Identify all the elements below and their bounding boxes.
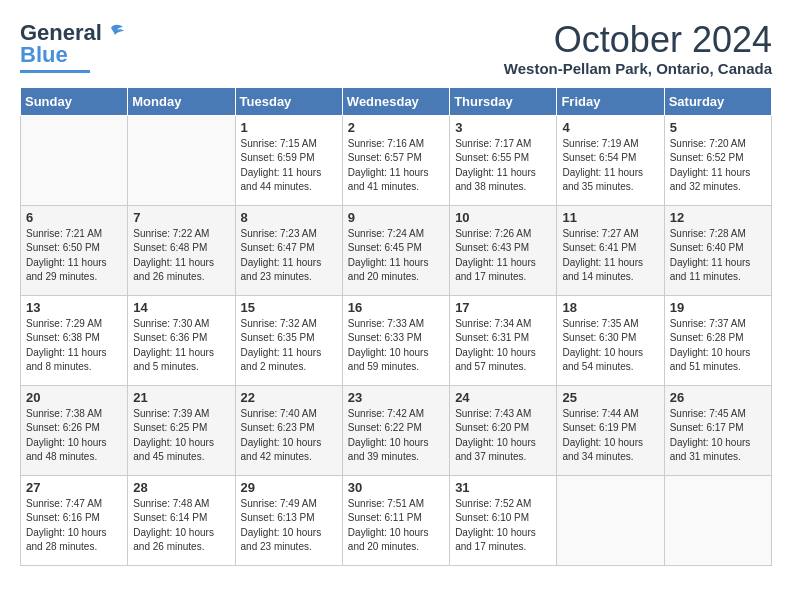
- page-header: General Blue October 2024 Weston-Pellam …: [20, 20, 772, 77]
- title-block: October 2024 Weston-Pellam Park, Ontario…: [504, 20, 772, 77]
- header-wednesday: Wednesday: [342, 87, 449, 115]
- logo-bird-icon: [103, 22, 125, 44]
- cell-info: Sunrise: 7:20 AMSunset: 6:52 PMDaylight:…: [670, 137, 766, 195]
- cell-info: Sunrise: 7:23 AMSunset: 6:47 PMDaylight:…: [241, 227, 337, 285]
- cell-info: Sunrise: 7:44 AMSunset: 6:19 PMDaylight:…: [562, 407, 658, 465]
- day-number: 15: [241, 300, 337, 315]
- day-number: 9: [348, 210, 444, 225]
- calendar-cell: 4Sunrise: 7:19 AMSunset: 6:54 PMDaylight…: [557, 115, 664, 205]
- calendar-cell: 9Sunrise: 7:24 AMSunset: 6:45 PMDaylight…: [342, 205, 449, 295]
- day-number: 20: [26, 390, 122, 405]
- cell-info: Sunrise: 7:35 AMSunset: 6:30 PMDaylight:…: [562, 317, 658, 375]
- day-number: 28: [133, 480, 229, 495]
- day-number: 11: [562, 210, 658, 225]
- day-number: 21: [133, 390, 229, 405]
- cell-info: Sunrise: 7:33 AMSunset: 6:33 PMDaylight:…: [348, 317, 444, 375]
- calendar-cell: 24Sunrise: 7:43 AMSunset: 6:20 PMDayligh…: [450, 385, 557, 475]
- calendar-cell: 28Sunrise: 7:48 AMSunset: 6:14 PMDayligh…: [128, 475, 235, 565]
- calendar-cell: 25Sunrise: 7:44 AMSunset: 6:19 PMDayligh…: [557, 385, 664, 475]
- cell-info: Sunrise: 7:17 AMSunset: 6:55 PMDaylight:…: [455, 137, 551, 195]
- day-number: 25: [562, 390, 658, 405]
- logo-blue: Blue: [20, 42, 68, 68]
- cell-info: Sunrise: 7:43 AMSunset: 6:20 PMDaylight:…: [455, 407, 551, 465]
- cell-info: Sunrise: 7:37 AMSunset: 6:28 PMDaylight:…: [670, 317, 766, 375]
- calendar-cell: 15Sunrise: 7:32 AMSunset: 6:35 PMDayligh…: [235, 295, 342, 385]
- cell-info: Sunrise: 7:42 AMSunset: 6:22 PMDaylight:…: [348, 407, 444, 465]
- calendar-cell: 22Sunrise: 7:40 AMSunset: 6:23 PMDayligh…: [235, 385, 342, 475]
- logo-underline: [20, 70, 90, 73]
- location: Weston-Pellam Park, Ontario, Canada: [504, 60, 772, 77]
- day-number: 7: [133, 210, 229, 225]
- day-number: 2: [348, 120, 444, 135]
- header-tuesday: Tuesday: [235, 87, 342, 115]
- cell-info: Sunrise: 7:27 AMSunset: 6:41 PMDaylight:…: [562, 227, 658, 285]
- calendar-cell: 26Sunrise: 7:45 AMSunset: 6:17 PMDayligh…: [664, 385, 771, 475]
- cell-info: Sunrise: 7:49 AMSunset: 6:13 PMDaylight:…: [241, 497, 337, 555]
- cell-info: Sunrise: 7:16 AMSunset: 6:57 PMDaylight:…: [348, 137, 444, 195]
- cell-info: Sunrise: 7:22 AMSunset: 6:48 PMDaylight:…: [133, 227, 229, 285]
- calendar-cell: 23Sunrise: 7:42 AMSunset: 6:22 PMDayligh…: [342, 385, 449, 475]
- calendar-cell: 17Sunrise: 7:34 AMSunset: 6:31 PMDayligh…: [450, 295, 557, 385]
- header-sunday: Sunday: [21, 87, 128, 115]
- cell-info: Sunrise: 7:32 AMSunset: 6:35 PMDaylight:…: [241, 317, 337, 375]
- header-friday: Friday: [557, 87, 664, 115]
- day-number: 26: [670, 390, 766, 405]
- cell-info: Sunrise: 7:45 AMSunset: 6:17 PMDaylight:…: [670, 407, 766, 465]
- calendar-cell: 12Sunrise: 7:28 AMSunset: 6:40 PMDayligh…: [664, 205, 771, 295]
- day-number: 24: [455, 390, 551, 405]
- calendar-week-3: 13Sunrise: 7:29 AMSunset: 6:38 PMDayligh…: [21, 295, 772, 385]
- calendar-week-5: 27Sunrise: 7:47 AMSunset: 6:16 PMDayligh…: [21, 475, 772, 565]
- cell-info: Sunrise: 7:29 AMSunset: 6:38 PMDaylight:…: [26, 317, 122, 375]
- calendar-cell: 21Sunrise: 7:39 AMSunset: 6:25 PMDayligh…: [128, 385, 235, 475]
- day-number: 13: [26, 300, 122, 315]
- logo: General Blue: [20, 20, 125, 73]
- day-number: 8: [241, 210, 337, 225]
- calendar-cell: 1Sunrise: 7:15 AMSunset: 6:59 PMDaylight…: [235, 115, 342, 205]
- calendar-cell: 30Sunrise: 7:51 AMSunset: 6:11 PMDayligh…: [342, 475, 449, 565]
- cell-info: Sunrise: 7:38 AMSunset: 6:26 PMDaylight:…: [26, 407, 122, 465]
- cell-info: Sunrise: 7:48 AMSunset: 6:14 PMDaylight:…: [133, 497, 229, 555]
- calendar-cell: 29Sunrise: 7:49 AMSunset: 6:13 PMDayligh…: [235, 475, 342, 565]
- cell-info: Sunrise: 7:28 AMSunset: 6:40 PMDaylight:…: [670, 227, 766, 285]
- day-number: 5: [670, 120, 766, 135]
- calendar-cell: [128, 115, 235, 205]
- header-saturday: Saturday: [664, 87, 771, 115]
- calendar-cell: 2Sunrise: 7:16 AMSunset: 6:57 PMDaylight…: [342, 115, 449, 205]
- calendar-cell: 19Sunrise: 7:37 AMSunset: 6:28 PMDayligh…: [664, 295, 771, 385]
- header-monday: Monday: [128, 87, 235, 115]
- header-thursday: Thursday: [450, 87, 557, 115]
- month-title: October 2024: [504, 20, 772, 60]
- calendar-cell: 14Sunrise: 7:30 AMSunset: 6:36 PMDayligh…: [128, 295, 235, 385]
- day-number: 1: [241, 120, 337, 135]
- calendar-cell: 13Sunrise: 7:29 AMSunset: 6:38 PMDayligh…: [21, 295, 128, 385]
- calendar-cell: 31Sunrise: 7:52 AMSunset: 6:10 PMDayligh…: [450, 475, 557, 565]
- cell-info: Sunrise: 7:40 AMSunset: 6:23 PMDaylight:…: [241, 407, 337, 465]
- day-number: 4: [562, 120, 658, 135]
- day-number: 27: [26, 480, 122, 495]
- cell-info: Sunrise: 7:26 AMSunset: 6:43 PMDaylight:…: [455, 227, 551, 285]
- calendar-cell: 16Sunrise: 7:33 AMSunset: 6:33 PMDayligh…: [342, 295, 449, 385]
- calendar-cell: [21, 115, 128, 205]
- day-number: 31: [455, 480, 551, 495]
- day-number: 29: [241, 480, 337, 495]
- day-number: 16: [348, 300, 444, 315]
- cell-info: Sunrise: 7:51 AMSunset: 6:11 PMDaylight:…: [348, 497, 444, 555]
- calendar-cell: 7Sunrise: 7:22 AMSunset: 6:48 PMDaylight…: [128, 205, 235, 295]
- cell-info: Sunrise: 7:19 AMSunset: 6:54 PMDaylight:…: [562, 137, 658, 195]
- calendar-table: SundayMondayTuesdayWednesdayThursdayFrid…: [20, 87, 772, 566]
- calendar-cell: 3Sunrise: 7:17 AMSunset: 6:55 PMDaylight…: [450, 115, 557, 205]
- calendar-week-2: 6Sunrise: 7:21 AMSunset: 6:50 PMDaylight…: [21, 205, 772, 295]
- day-number: 23: [348, 390, 444, 405]
- day-number: 12: [670, 210, 766, 225]
- day-number: 6: [26, 210, 122, 225]
- calendar-cell: 18Sunrise: 7:35 AMSunset: 6:30 PMDayligh…: [557, 295, 664, 385]
- day-number: 10: [455, 210, 551, 225]
- cell-info: Sunrise: 7:52 AMSunset: 6:10 PMDaylight:…: [455, 497, 551, 555]
- day-number: 19: [670, 300, 766, 315]
- calendar-cell: 5Sunrise: 7:20 AMSunset: 6:52 PMDaylight…: [664, 115, 771, 205]
- cell-info: Sunrise: 7:30 AMSunset: 6:36 PMDaylight:…: [133, 317, 229, 375]
- calendar-cell: [664, 475, 771, 565]
- calendar-cell: 20Sunrise: 7:38 AMSunset: 6:26 PMDayligh…: [21, 385, 128, 475]
- calendar-week-1: 1Sunrise: 7:15 AMSunset: 6:59 PMDaylight…: [21, 115, 772, 205]
- calendar-cell: 27Sunrise: 7:47 AMSunset: 6:16 PMDayligh…: [21, 475, 128, 565]
